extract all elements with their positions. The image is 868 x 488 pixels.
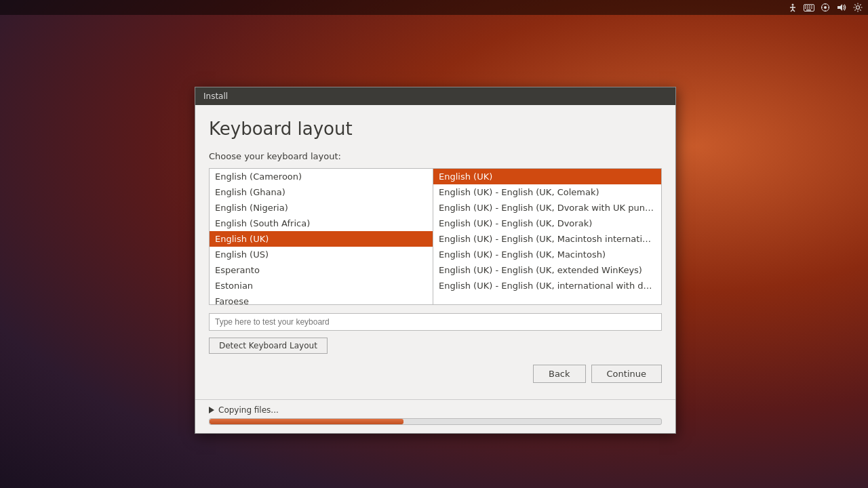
svg-rect-10 [805,7,806,9]
language-list-item[interactable]: English (South Africa) [210,216,433,231]
progress-section: Copying files... [195,399,675,433]
svg-rect-8 [809,5,810,7]
language-list-item[interactable]: English (US) [210,247,433,262]
layout-variant-list-item[interactable]: English (UK) - English (UK, Macintosh) [433,247,661,262]
svg-rect-11 [807,7,808,9]
layout-variant-list-item[interactable]: English (UK) - English (UK, extended Win… [433,262,661,278]
detect-keyboard-layout-button[interactable]: Detect Keyboard Layout [209,338,328,354]
window-title: Install [203,92,228,101]
system-settings-icon[interactable] [852,1,864,14]
progress-label: Copying files... [209,405,662,415]
layout-variant-list-item[interactable]: English (UK) - English (UK, Dvorak with … [433,200,661,216]
layout-variant-list[interactable]: English (UK)English (UK) - English (UK, … [433,169,661,304]
language-list[interactable]: English (Cameroon)English (Ghana)English… [210,169,433,304]
svg-rect-12 [809,7,810,9]
choose-label: Choose your keyboard layout: [209,151,662,161]
svg-rect-6 [805,5,806,7]
keyboard-test-input[interactable] [209,313,662,331]
audio-settings-icon[interactable] [819,1,831,14]
language-list-item[interactable]: Esperanto [210,262,433,278]
page-title: Keyboard layout [209,119,662,139]
progress-bar-fill [210,419,403,424]
svg-marker-21 [837,4,842,11]
language-list-item[interactable]: Estonian [210,278,433,293]
navigation-buttons: Back Continue [209,365,662,383]
layout-variant-list-item[interactable]: English (UK) - English (UK, Macintosh in… [433,231,661,247]
accessibility-icon[interactable] [787,1,799,14]
language-list-item[interactable]: English (Nigeria) [210,200,433,216]
volume-icon[interactable] [835,1,848,14]
play-icon [209,407,214,413]
window-content: Keyboard layout Choose your keyboard lay… [195,105,675,399]
language-list-item[interactable]: English (UK) [210,231,433,247]
svg-point-0 [792,4,794,6]
progress-bar-background [209,418,662,425]
svg-line-4 [793,9,795,12]
installer-window: Install Keyboard layout Choose your keyb… [195,87,676,434]
language-list-item[interactable]: Faroese [210,293,433,304]
svg-rect-14 [806,9,811,11]
svg-rect-7 [807,5,808,7]
svg-rect-9 [811,5,812,7]
keyboard-lists: English (Cameroon)English (Ghana)English… [209,168,662,305]
window-titlebar: Install [195,87,675,105]
keyboard-icon[interactable] [803,1,815,14]
continue-button[interactable]: Continue [591,365,662,383]
language-list-item[interactable]: English (Cameroon) [210,169,433,184]
layout-variant-list-item[interactable]: English (UK) - English (UK, Colemak) [433,184,661,200]
layout-variant-list-item[interactable]: English (UK) - English (UK, internationa… [433,278,661,293]
language-list-item[interactable]: English (Ghana) [210,184,433,200]
svg-point-16 [824,6,827,9]
progress-text: Copying files... [218,405,279,415]
top-panel [0,0,868,15]
layout-variant-list-item[interactable]: English (UK) [433,169,661,184]
back-button[interactable]: Back [533,365,586,383]
svg-rect-13 [811,7,812,9]
layout-variant-list-item[interactable]: English (UK) - English (UK, Dvorak) [433,216,661,231]
svg-point-22 [856,6,860,9]
